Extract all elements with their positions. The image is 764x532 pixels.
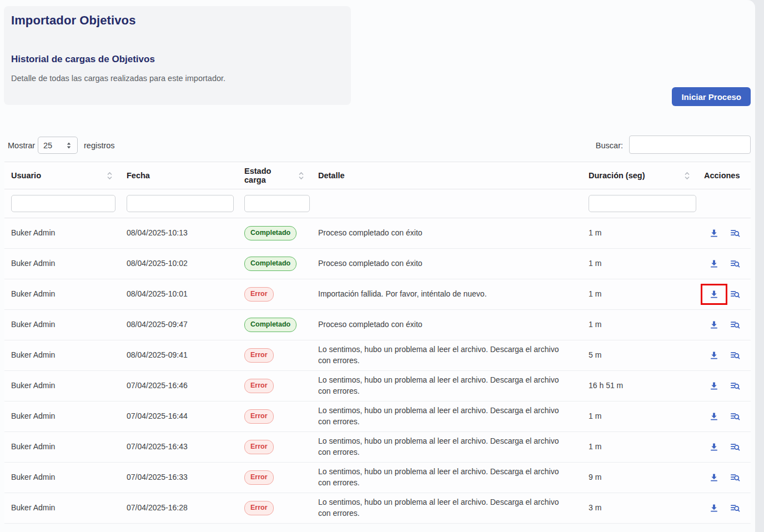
table-row: Buker Admin 08/04/2025-09:41 Error Lo se… bbox=[4, 340, 751, 371]
download-button[interactable] bbox=[708, 503, 720, 514]
column-label: Duración (seg) bbox=[589, 171, 645, 180]
download-button[interactable] bbox=[708, 441, 720, 453]
cell-usuario: Buker Admin bbox=[4, 218, 120, 249]
view-log-button[interactable] bbox=[730, 472, 741, 483]
download-button[interactable] bbox=[708, 350, 720, 361]
download-button[interactable] bbox=[708, 258, 720, 269]
view-log-button[interactable] bbox=[730, 441, 741, 453]
section-description: Detalle de todas las cargas realizadas p… bbox=[11, 74, 344, 83]
download-button[interactable] bbox=[708, 319, 720, 330]
cell-fecha: 07/04/2025-16:43 bbox=[120, 432, 238, 463]
column-header-acciones: Acciones bbox=[697, 162, 751, 189]
filter-input-estado-carga[interactable] bbox=[244, 195, 310, 212]
cell-detalle: Lo sentimos, hubo un problema al leer el… bbox=[311, 340, 582, 371]
view-log-button[interactable] bbox=[730, 289, 741, 300]
cell-estado: Error bbox=[238, 401, 311, 432]
view-log-button[interactable] bbox=[730, 228, 741, 239]
cell-fecha: 08/04/2025-10:01 bbox=[120, 279, 238, 310]
cell-usuario: Buker Admin bbox=[4, 371, 120, 401]
cell-usuario: Buker Admin bbox=[4, 401, 120, 432]
filter-input-usuario[interactable] bbox=[11, 195, 115, 212]
sort-chevrons-icon bbox=[683, 172, 691, 180]
column-header-fecha[interactable]: Fecha bbox=[120, 162, 238, 189]
download-button[interactable] bbox=[708, 289, 720, 300]
cell-detalle: Lo sentimos, hubo un problema al leer el… bbox=[311, 401, 582, 432]
view-log-button[interactable] bbox=[730, 350, 741, 361]
column-label: Estado carga bbox=[244, 167, 294, 184]
show-label: Mostrar bbox=[8, 141, 35, 150]
cell-usuario: Buker Admin bbox=[4, 340, 120, 371]
search-list-icon bbox=[730, 289, 741, 300]
cell-estado: Error bbox=[238, 340, 311, 371]
view-log-button[interactable] bbox=[730, 411, 741, 422]
table-row: Buker Admin 08/04/2025-10:01 Error Impor… bbox=[4, 279, 751, 310]
column-header-estado-carga[interactable]: Estado carga bbox=[238, 162, 311, 189]
page-size-value: 25 bbox=[43, 141, 52, 150]
cell-estado: Completado bbox=[238, 218, 311, 249]
cell-detalle: Importación fallida. Por favor, inténtal… bbox=[311, 279, 582, 310]
search-input[interactable] bbox=[629, 135, 751, 154]
status-badge: Error bbox=[244, 287, 274, 302]
cell-usuario: Buker Admin bbox=[4, 310, 120, 340]
view-log-button[interactable] bbox=[730, 503, 741, 514]
download-icon bbox=[708, 503, 720, 514]
column-label: Detalle bbox=[318, 171, 345, 180]
sort-chevrons-icon bbox=[106, 172, 113, 180]
cell-duracion: 16 h 51 m bbox=[582, 371, 697, 401]
table-row: Buker Admin 07/04/2025-16:43 Error Lo se… bbox=[4, 432, 751, 463]
cell-detalle: Proceso completado con éxito bbox=[311, 249, 582, 279]
search-list-icon bbox=[730, 441, 741, 453]
download-button[interactable] bbox=[708, 380, 720, 392]
download-button[interactable] bbox=[708, 228, 720, 239]
download-icon bbox=[708, 350, 720, 361]
column-header-duracion[interactable]: Duración (seg) bbox=[582, 162, 697, 189]
search-list-icon bbox=[730, 228, 741, 239]
table-header-row: Usuario Fecha Estado carga Detalle Dur bbox=[4, 162, 751, 189]
filter-input-fecha[interactable] bbox=[127, 195, 234, 212]
cell-fecha: 07/04/2025-16:44 bbox=[120, 401, 238, 432]
download-button[interactable] bbox=[708, 411, 720, 422]
cell-duracion: 1 m bbox=[582, 249, 697, 279]
view-log-button[interactable] bbox=[730, 258, 741, 269]
view-log-button[interactable] bbox=[730, 380, 741, 392]
search-list-icon bbox=[730, 319, 741, 330]
cell-usuario: Buker Admin bbox=[4, 463, 120, 493]
records-label: registros bbox=[84, 141, 115, 150]
cell-usuario: Buker Admin bbox=[4, 249, 120, 279]
download-icon bbox=[708, 380, 720, 392]
cell-fecha: 07/04/2025-16:28 bbox=[120, 493, 238, 524]
cell-duracion: 1 m bbox=[582, 310, 697, 340]
cell-duracion: 1 m bbox=[582, 279, 697, 310]
column-header-usuario[interactable]: Usuario bbox=[4, 162, 120, 189]
cell-fecha: 08/04/2025-10:02 bbox=[120, 249, 238, 279]
search-list-icon bbox=[730, 380, 741, 392]
page-size-select[interactable]: 25 bbox=[38, 137, 78, 154]
table-row: Buker Admin 07/04/2025-16:44 Error Lo se… bbox=[4, 401, 751, 432]
search-list-icon bbox=[730, 503, 741, 514]
start-process-button[interactable]: Iniciar Proceso bbox=[672, 87, 751, 106]
view-log-button[interactable] bbox=[730, 319, 741, 330]
status-badge: Error bbox=[244, 440, 274, 455]
cell-detalle: Lo sentimos, hubo un problema al leer el… bbox=[311, 463, 582, 493]
history-table: Usuario Fecha Estado carga Detalle Dur bbox=[4, 162, 751, 524]
status-badge: Completado bbox=[244, 257, 296, 272]
download-button[interactable] bbox=[708, 472, 720, 483]
download-icon bbox=[708, 289, 720, 300]
cell-estado: Error bbox=[238, 493, 311, 524]
download-icon bbox=[708, 258, 720, 269]
search-list-icon bbox=[730, 258, 741, 269]
search-label: Buscar: bbox=[596, 141, 623, 150]
column-header-detalle[interactable]: Detalle bbox=[311, 162, 582, 189]
cell-estado: Completado bbox=[238, 310, 311, 340]
status-badge: Error bbox=[244, 470, 274, 485]
cell-detalle: Proceso completado con éxito bbox=[311, 218, 582, 249]
table-row: Buker Admin 07/04/2025-16:33 Error Lo se… bbox=[4, 463, 751, 493]
filter-input-duracion[interactable] bbox=[589, 195, 696, 212]
status-badge: Completado bbox=[244, 226, 296, 241]
cell-detalle: Lo sentimos, hubo un problema al leer el… bbox=[311, 493, 582, 524]
cell-duracion: 1 m bbox=[582, 401, 697, 432]
cell-fecha: 08/04/2025-09:41 bbox=[120, 340, 238, 371]
table-body: Buker Admin 08/04/2025-10:13 Completado … bbox=[4, 218, 751, 524]
cell-usuario: Buker Admin bbox=[4, 432, 120, 463]
section-title: Historial de cargas de Objetivos bbox=[11, 54, 344, 65]
